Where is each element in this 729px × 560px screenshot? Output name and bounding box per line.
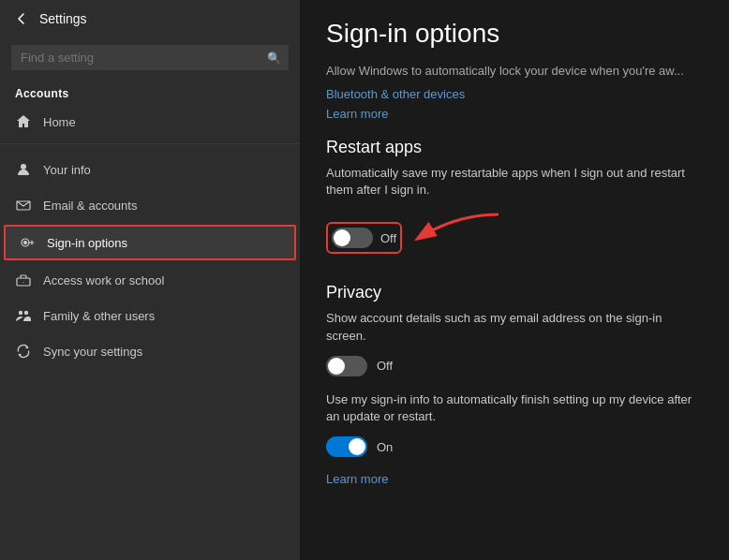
privacy-description-2: Use my sign-in info to automatically fin…	[326, 391, 703, 425]
main-content: Sign-in options Allow Windows to automat…	[300, 0, 729, 560]
email-accounts-label: Email & accounts	[43, 199, 137, 213]
svg-point-7	[24, 311, 28, 315]
sidebar-item-sign-in-options[interactable]: Sign-in options	[4, 225, 296, 260]
sidebar-item-family-users[interactable]: Family & other users	[0, 298, 300, 333]
privacy-title: Privacy	[326, 283, 703, 302]
sidebar: Settings 🔍 Accounts Home Your info	[0, 0, 300, 560]
page-title: Sign-in options	[326, 19, 703, 49]
privacy-toggle-2-thumb	[349, 438, 365, 455]
privacy-toggle2-row: On	[326, 436, 703, 457]
sync-settings-label: Sync your settings	[43, 345, 142, 359]
home-icon	[15, 113, 32, 130]
privacy-toggle-1-label: Off	[377, 359, 393, 373]
svg-point-0	[21, 164, 26, 169]
restart-apps-description: Automatically save my restartable apps w…	[326, 165, 703, 199]
accounts-section-label: Accounts	[0, 78, 300, 104]
email-icon	[15, 197, 32, 214]
sidebar-item-sync-settings[interactable]: Sync your settings	[0, 333, 300, 369]
search-bar: 🔍	[11, 45, 289, 70]
clipped-description: Allow Windows to automatically lock your…	[326, 64, 703, 78]
home-label: Home	[43, 115, 76, 129]
restart-apps-toggle-label: Off	[380, 231, 396, 245]
sidebar-item-access-work[interactable]: Access work or school	[0, 262, 300, 298]
titlebar: Settings	[0, 0, 300, 37]
privacy-toggle-2-label: On	[377, 440, 393, 454]
your-info-label: Your info	[43, 163, 91, 177]
back-button[interactable]	[15, 12, 28, 25]
restart-apps-toggle-thumb	[334, 229, 350, 246]
sidebar-item-your-info[interactable]: Your info	[0, 152, 300, 187]
privacy-toggle1-row: Off	[326, 356, 703, 376]
restart-apps-toggle-highlight: Off	[326, 222, 402, 254]
learn-more-link-1[interactable]: Learn more	[326, 107, 703, 121]
privacy-toggle-2[interactable]	[326, 436, 367, 457]
sign-in-options-wrapper: Sign-in options	[4, 225, 296, 260]
briefcase-icon	[15, 272, 32, 288]
learn-more-link-2[interactable]: Learn more	[326, 472, 703, 486]
restart-apps-toggle-row: Off	[326, 210, 703, 266]
family-icon	[15, 307, 32, 324]
red-arrow	[409, 210, 503, 266]
svg-point-3	[24, 242, 27, 244]
sign-in-options-label: Sign-in options	[47, 236, 127, 250]
search-icon: 🔍	[267, 52, 281, 65]
restart-apps-toggle[interactable]	[332, 228, 373, 248]
restart-apps-title: Restart apps	[326, 138, 703, 157]
titlebar-text: Settings	[39, 11, 87, 26]
svg-point-6	[19, 311, 22, 315]
person-icon	[15, 161, 32, 178]
sidebar-item-home[interactable]: Home	[0, 104, 300, 140]
privacy-description-1: Show account details such as my email ad…	[326, 310, 703, 344]
privacy-toggle-1-thumb	[328, 358, 345, 375]
access-work-label: Access work or school	[43, 273, 164, 287]
privacy-toggle-1[interactable]	[326, 356, 367, 376]
sync-icon	[15, 343, 32, 360]
family-users-label: Family & other users	[43, 309, 155, 323]
sidebar-item-email-accounts[interactable]: Email & accounts	[0, 187, 300, 223]
bluetooth-link[interactable]: Bluetooth & other devices	[326, 87, 703, 101]
search-input[interactable]	[11, 45, 289, 70]
key-icon	[19, 234, 36, 251]
